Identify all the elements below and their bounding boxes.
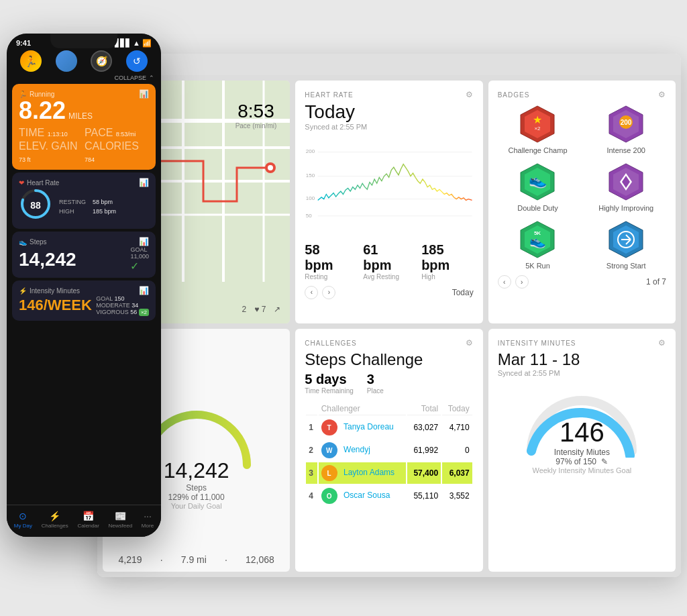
newsfeed-icon: 📰	[115, 511, 126, 521]
hr-value: 88	[30, 200, 41, 211]
intensity-gauge-container: 146 Intensity Miutes 97% of 150 ✎ Weekly…	[498, 384, 666, 474]
intensity-value: 146	[532, 417, 631, 448]
badges-page: 1 of 7	[646, 277, 666, 287]
badge-label: 5K Run	[525, 262, 550, 270]
challenges-gear[interactable]: ⚙	[466, 338, 474, 348]
heart-rate-gear[interactable]: ⚙	[466, 90, 474, 99]
col-total: Total	[407, 403, 441, 415]
more-icon: ···	[144, 511, 152, 521]
phone-signals: ▋▋▋ ▲ 📶	[115, 39, 152, 48]
prev-arrow[interactable]: ‹	[305, 286, 318, 299]
intensity-pct: 97% of 150 ✎	[532, 457, 631, 466]
intensity-card: ⚡ Intensity Minutes 📊 146/WEEK GOAL 150 …	[12, 280, 156, 321]
svg-point-10	[268, 165, 273, 170]
today-cell: 4,710	[442, 417, 472, 438]
badge-double-duty: 👟 Double Duty	[498, 162, 578, 212]
challenger-name[interactable]: Wendyj	[344, 445, 370, 454]
badges-nav: ‹ › 1 of 7	[498, 275, 666, 289]
challenge-table: Challenger Total Today 1 T Tanya Doreau …	[305, 401, 473, 508]
nav-challenges[interactable]: ⚡ Challenges	[42, 511, 68, 529]
calendar-icon: 📅	[83, 511, 94, 521]
intense-200-icon: 200	[606, 105, 645, 144]
challenger-cell: T Tanya Doreau	[319, 417, 407, 438]
edit-icon[interactable]: ✎	[601, 457, 608, 466]
steps-label: 👟 Steps 📊	[19, 237, 149, 246]
avatar-photo	[56, 50, 77, 72]
running-value-row: 8.22 MILES	[19, 99, 149, 123]
run-stat-elev: ELEV. GAIN 73 ft	[19, 140, 83, 164]
intensity-gear[interactable]: ⚙	[658, 338, 666, 348]
col-challenger: Challenger	[319, 403, 407, 415]
badges-prev-arrow[interactable]: ‹	[498, 275, 511, 289]
phone-header: 🏃 🧭 ↺	[7, 48, 161, 74]
intensity-title: Mar 11 - 18	[498, 350, 666, 369]
heart-rate-panel: HEART RATE ⚙ Today Synced at 2:55 PM 200	[295, 81, 482, 323]
comments-count: 2	[242, 305, 246, 314]
challenger-cell: L Layton Adams	[319, 462, 407, 484]
nav-more[interactable]: ··· More	[142, 511, 154, 529]
running-value: 8.22	[19, 99, 66, 123]
rank-cell: 1	[306, 417, 317, 438]
challenge-title: Steps Challenge	[305, 350, 473, 369]
svg-text:👟: 👟	[529, 233, 546, 249]
nav-calendar[interactable]: 📅 Calendar	[77, 511, 99, 529]
svg-text:50: 50	[306, 212, 312, 218]
hr-high-label: HIGH	[59, 208, 86, 215]
intensity-subtitle: Synced at 2:55 PM	[498, 369, 666, 377]
intensity-sublabel: Intensity Miutes	[532, 448, 631, 457]
phone-time: 9:41	[16, 39, 31, 48]
challenger-cell: O Oscar Sousa	[319, 485, 407, 507]
svg-text:×2: ×2	[535, 125, 541, 132]
badge-label: Highly Improving	[598, 204, 653, 212]
likes-action[interactable]: ♥ 7	[254, 305, 266, 314]
pace-label: Pace (min/mi)	[235, 122, 277, 130]
steps-goal-label: GOAL	[130, 246, 149, 253]
table-row: 4 O Oscar Sousa 55,110 3,552	[306, 485, 472, 507]
hr-resting-val: 58 bpm	[93, 199, 119, 205]
badges-panel: BADGES ⚙ ★ ×2 Challenge Champ	[488, 81, 676, 323]
run-stat-pace: PACE 8:53/mi	[85, 127, 149, 139]
hr-resting-label: RESTING	[59, 199, 86, 205]
avatar-compass: 🧭	[91, 50, 112, 72]
stat-2: 7.9 mi	[181, 554, 207, 565]
badge-label: Intense 200	[606, 146, 645, 154]
heart-rate-section-label: HEART RATE ⚙	[305, 90, 473, 99]
running-unit: MILES	[68, 111, 93, 121]
share-action[interactable]: ↗	[274, 305, 280, 314]
next-arrow[interactable]: ›	[322, 286, 335, 299]
heart-rate-title: Today	[305, 102, 473, 123]
challenger-cell: W Wendyj	[319, 440, 407, 461]
challenger-name[interactable]: Tanya Doreau	[344, 422, 394, 431]
stat-3: 12,068	[246, 554, 274, 565]
phone-notch	[50, 34, 117, 48]
challenger-name[interactable]: Layton Adams	[344, 468, 394, 477]
rank-cell: 3	[306, 462, 317, 484]
nav-myday[interactable]: ⊙ My Day	[14, 511, 32, 529]
intensity-card-value: 146/WEEK	[19, 297, 92, 314]
hr-stat-resting: 58 bpm Resting	[305, 242, 350, 280]
badge-highly-improving: Highly Improving	[586, 162, 666, 212]
intensity-content: 146/WEEK GOAL 150 MODERATE 34 VIGOROUS 5…	[19, 295, 149, 315]
badge-challenge-champ: ★ ×2 Challenge Champ	[498, 105, 578, 154]
pace-display: 8:53 Pace (min/mi)	[235, 101, 277, 130]
badges-gear[interactable]: ⚙	[658, 90, 666, 99]
challenges-section-label: CHALLENGES ⚙	[305, 338, 473, 348]
time-remaining: 5 days Time Remaining	[305, 372, 353, 395]
panel-actions: 2 ♥ 7 ↗	[242, 305, 280, 314]
steps-card: 👟 Steps 📊 14,242 GOAL 11,000 ✓	[12, 232, 156, 278]
svg-text:200: 200	[621, 119, 632, 126]
run-stat-time: TIME 1:13:10	[19, 127, 83, 139]
challenger-name[interactable]: Oscar Sousa	[344, 491, 390, 500]
stat-1: 4,219	[119, 554, 142, 565]
badges-next-arrow[interactable]: ›	[515, 275, 529, 289]
badges-grid: ★ ×2 Challenge Champ 200 Intense 200	[498, 105, 666, 270]
collapse-button[interactable]: COLLAPSE ⌃	[7, 74, 161, 81]
nav-newsfeed[interactable]: 📰 Newsfeed	[109, 511, 133, 529]
browser-window: 8:53 Pace (min/mi) 2 ♥ 7 ↗ HEART RATE ⚙ …	[97, 54, 681, 577]
rank-cell: 2	[306, 440, 317, 461]
total-cell: 63,027	[407, 417, 441, 438]
running-stats: TIME 1:13:10 PACE 8:53/mi ELEV. GAIN 73 …	[19, 127, 149, 164]
challenge-champ-icon: ★ ×2	[518, 105, 557, 144]
col-rank	[306, 403, 317, 415]
heart-rate-chart: 200 150 100 50	[305, 142, 473, 229]
